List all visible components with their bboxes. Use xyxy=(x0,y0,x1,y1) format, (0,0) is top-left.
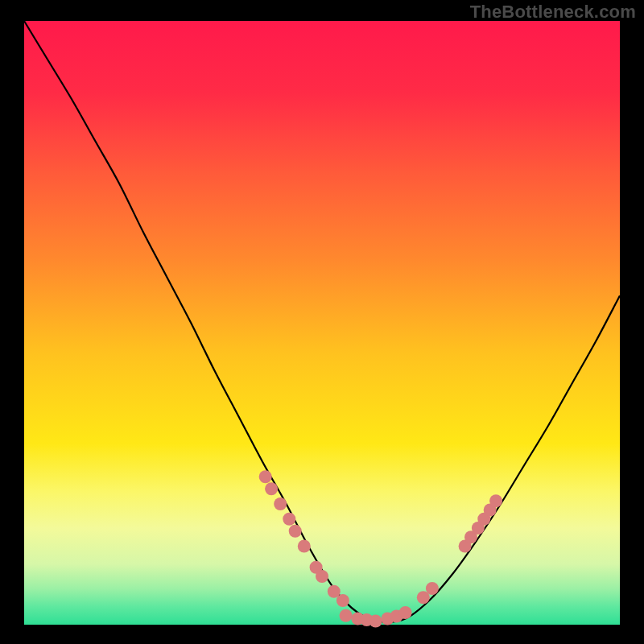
chart-frame: TheBottleneck.com xyxy=(0,0,644,644)
marker-dot xyxy=(399,606,412,619)
marker-dot xyxy=(336,594,349,607)
marker-dot xyxy=(289,525,302,538)
marker-dot xyxy=(274,497,287,510)
bottleneck-chart xyxy=(0,0,644,644)
marker-dot xyxy=(283,513,295,526)
watermark-text: TheBottleneck.com xyxy=(470,2,636,23)
marker-dot xyxy=(340,609,353,622)
marker-dot xyxy=(369,615,382,628)
marker-dot xyxy=(426,582,439,595)
marker-dot xyxy=(298,540,311,553)
marker-dot xyxy=(265,482,278,495)
marker-dot xyxy=(259,470,272,483)
marker-dot xyxy=(489,494,502,507)
plot-background xyxy=(24,21,620,625)
marker-dot xyxy=(316,570,328,583)
